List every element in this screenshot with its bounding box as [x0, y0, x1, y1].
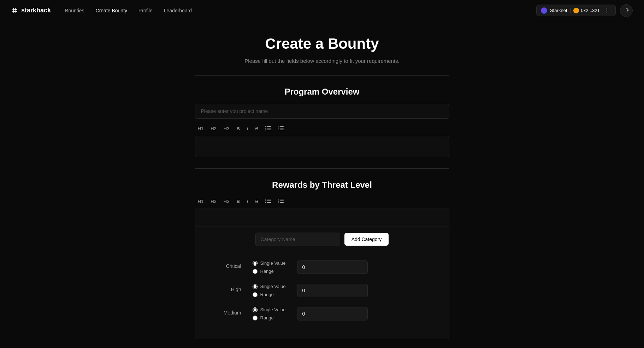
rewards-unordered-list-button[interactable]: [262, 197, 274, 206]
critical-range-option[interactable]: Range: [253, 269, 286, 274]
high-value-input[interactable]: [297, 284, 368, 297]
main-content: Create a Bounty Please fill out the fiel…: [188, 21, 456, 348]
svg-rect-29: [280, 202, 284, 203]
navbar-left: starkhack Bounties Create Bounty Profile…: [11, 7, 192, 14]
svg-rect-15: [280, 128, 284, 128]
medium-single-label: Single Value: [260, 307, 286, 312]
nav-profile[interactable]: Profile: [138, 8, 153, 13]
section-divider-1: [195, 75, 449, 76]
rewards-h3-button[interactable]: H3: [221, 197, 232, 205]
svg-point-10: [265, 130, 266, 131]
critical-range-radio[interactable]: [253, 269, 258, 274]
medium-single-radio[interactable]: [253, 307, 258, 312]
rewards-section: Rewards by Threat Level H1 H2 H3 B I S: [195, 180, 449, 339]
svg-rect-23: [267, 202, 271, 203]
threat-row-high: High Single Value Range: [217, 284, 428, 297]
navbar: starkhack Bounties Create Bounty Profile…: [0, 0, 644, 21]
medium-single-value-option[interactable]: Single Value: [253, 307, 286, 312]
svg-rect-3: [14, 10, 17, 12]
wallet-icon: [573, 8, 579, 13]
h1-button[interactable]: H1: [195, 125, 207, 133]
navbar-right: Starknet 0x2...321 ⋮ ☽: [536, 4, 633, 17]
moon-icon: ☽: [624, 7, 629, 14]
h2-button[interactable]: H2: [208, 125, 219, 133]
program-overview-title: Program Overview: [195, 87, 449, 97]
svg-point-6: [265, 126, 266, 127]
project-name-input[interactable]: [195, 104, 449, 119]
theme-toggle-button[interactable]: ☽: [620, 4, 633, 17]
svg-rect-7: [267, 126, 271, 127]
high-label: High: [217, 284, 241, 292]
svg-point-22: [265, 202, 266, 203]
page-title: Create a Bounty: [195, 35, 449, 52]
wallet-address: 0x2...321: [581, 8, 600, 13]
critical-single-value-option[interactable]: Single Value: [253, 260, 286, 266]
program-overview-editor[interactable]: [195, 136, 449, 157]
logo-icon: [11, 7, 18, 14]
svg-point-8: [265, 128, 266, 129]
rewards-container: Add Category Critical Single Value Range: [195, 209, 449, 339]
threat-row-critical: Critical Single Value Range: [217, 260, 428, 274]
rewards-h2-button[interactable]: H2: [208, 197, 219, 205]
unordered-list-button[interactable]: [262, 124, 274, 133]
medium-label: Medium: [217, 307, 241, 316]
rewards-toolbar: H1 H2 H3 B I S 1. 2.: [195, 197, 449, 206]
svg-rect-21: [267, 200, 271, 201]
rewards-italic-button[interactable]: I: [244, 197, 251, 205]
wallet-badge: 0x2...321: [573, 8, 600, 13]
high-single-label: Single Value: [260, 284, 286, 289]
medium-options: Single Value Range: [253, 307, 286, 320]
svg-rect-17: [280, 130, 284, 130]
medium-range-radio[interactable]: [253, 316, 258, 320]
svg-point-5: [574, 9, 578, 12]
high-range-radio[interactable]: [253, 292, 258, 297]
medium-range-option[interactable]: Range: [253, 315, 286, 320]
rewards-bold-button[interactable]: B: [234, 197, 242, 205]
network-icon: [541, 7, 547, 14]
critical-options: Single Value Range: [253, 260, 286, 274]
rewards-h1-button[interactable]: H1: [195, 197, 207, 205]
high-single-value-option[interactable]: Single Value: [253, 284, 286, 289]
ordered-list-button[interactable]: 1. 2. 3.: [275, 124, 286, 133]
rewards-strikethrough-button[interactable]: S: [252, 197, 261, 205]
rewards-title: Rewards by Threat Level: [195, 180, 449, 190]
high-range-option[interactable]: Range: [253, 292, 286, 297]
svg-point-20: [265, 200, 266, 202]
svg-point-4: [542, 9, 546, 12]
logo-text: starkhack: [21, 7, 51, 14]
section-divider-2: [195, 168, 449, 169]
network-divider: [570, 8, 571, 13]
nav-bounties[interactable]: Bounties: [65, 8, 84, 13]
threat-levels-section: Critical Single Value Range: [195, 252, 449, 339]
strikethrough-button[interactable]: S: [252, 125, 261, 133]
category-name-input[interactable]: [255, 233, 340, 246]
nav-create-bounty[interactable]: Create Bounty: [96, 8, 128, 13]
high-single-radio[interactable]: [253, 284, 258, 289]
menu-dots-icon[interactable]: ⋮: [603, 7, 611, 14]
rewards-ordered-list-button[interactable]: 1. 2. 3.: [275, 197, 286, 206]
bold-button[interactable]: B: [234, 125, 242, 133]
svg-rect-27: [280, 200, 284, 201]
svg-text:3.: 3.: [278, 202, 279, 203]
critical-range-label: Range: [260, 269, 274, 274]
high-options: Single Value Range: [253, 284, 286, 297]
italic-button[interactable]: I: [244, 125, 251, 133]
rewards-editor[interactable]: [195, 209, 449, 227]
svg-rect-19: [267, 199, 271, 199]
network-name: Starknet: [550, 8, 567, 13]
medium-value-input[interactable]: [297, 307, 368, 320]
critical-value-input[interactable]: [297, 260, 368, 274]
critical-single-radio[interactable]: [253, 261, 258, 266]
category-section: Add Category: [195, 227, 449, 252]
medium-range-label: Range: [260, 315, 274, 320]
page-subtitle: Please fill out the fields below accordi…: [195, 58, 449, 64]
add-category-button[interactable]: Add Category: [344, 233, 389, 246]
network-badge[interactable]: Starknet 0x2...321 ⋮: [536, 5, 616, 16]
svg-point-18: [265, 199, 266, 200]
program-overview-section: Program Overview H1 H2 H3 B I S: [195, 87, 449, 157]
high-range-label: Range: [260, 292, 274, 297]
svg-rect-25: [280, 199, 284, 199]
logo[interactable]: starkhack: [11, 7, 51, 14]
nav-leaderboard[interactable]: Leaderboard: [164, 8, 192, 13]
h3-button[interactable]: H3: [221, 125, 232, 133]
